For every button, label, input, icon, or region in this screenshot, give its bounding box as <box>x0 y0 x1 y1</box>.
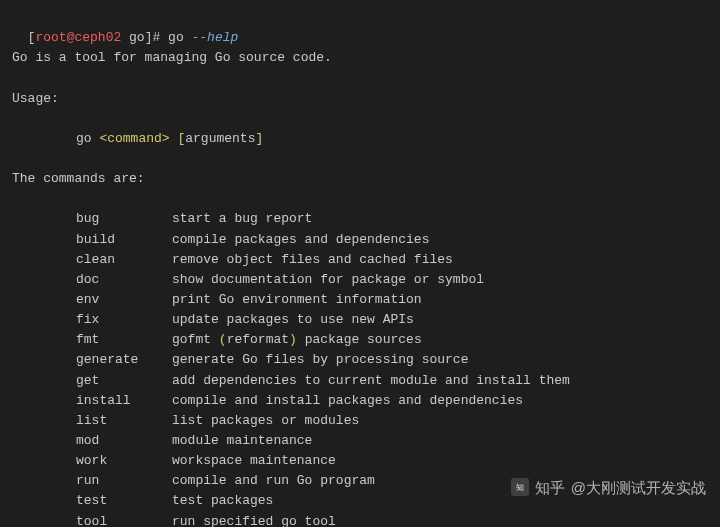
command-flag: --help <box>192 30 239 45</box>
watermark: 知 知乎 @大刚测试开发实战 <box>511 476 706 499</box>
watermark-prefix: 知乎 <box>535 476 565 499</box>
command-row: installcompile and install packages and … <box>12 391 708 411</box>
command-row: workworkspace maintenance <box>12 451 708 471</box>
command-name: fmt <box>76 330 172 350</box>
command-desc: test packages <box>172 493 273 508</box>
command-name: bug <box>76 209 172 229</box>
cwd: go <box>129 30 145 45</box>
command-row: cleanremove object files and cached file… <box>12 250 708 270</box>
command-desc: module maintenance <box>172 433 312 448</box>
command-name: list <box>76 411 172 431</box>
command-row: bugstart a bug report <box>12 209 708 229</box>
command-row: toolrun specified go tool <box>12 512 708 527</box>
user-host: root@ceph02 <box>35 30 121 45</box>
command-row: listlist packages or modules <box>12 411 708 431</box>
command-name: run <box>76 471 172 491</box>
command-desc: start a bug report <box>172 211 312 226</box>
usage-line: go <command> [arguments] <box>12 129 708 149</box>
command-desc: run specified go tool <box>172 514 336 527</box>
command-name: generate <box>76 350 172 370</box>
command-row: generategenerate Go files by processing … <box>12 350 708 370</box>
command-name: doc <box>76 270 172 290</box>
blank-line <box>12 189 708 209</box>
command-bin: go <box>168 30 184 45</box>
command-desc: remove object files and cached files <box>172 252 453 267</box>
commands-label: The commands are: <box>12 169 708 189</box>
command-row: docshow documentation for package or sym… <box>12 270 708 290</box>
blank-line <box>12 149 708 169</box>
command-desc: add dependencies to current module and i… <box>172 373 570 388</box>
command-name: clean <box>76 250 172 270</box>
usage-label: Usage: <box>12 89 708 109</box>
command-name: build <box>76 230 172 250</box>
command-row: getadd dependencies to current module an… <box>12 371 708 391</box>
command-desc: list packages or modules <box>172 413 359 428</box>
command-name: test <box>76 491 172 511</box>
command-row: fmtgofmt (reformat) package sources <box>12 330 708 350</box>
command-name: work <box>76 451 172 471</box>
command-name: tool <box>76 512 172 527</box>
blank-line <box>12 109 708 129</box>
command-row: buildcompile packages and dependencies <box>12 230 708 250</box>
command-row: modmodule maintenance <box>12 431 708 451</box>
command-desc: workspace maintenance <box>172 453 336 468</box>
command-name: env <box>76 290 172 310</box>
command-desc: compile and run Go program <box>172 473 375 488</box>
command-desc: compile and install packages and depende… <box>172 393 523 408</box>
intro-text: Go is a tool for managing Go source code… <box>12 48 708 68</box>
svg-text:知: 知 <box>516 484 524 493</box>
command-desc: update packages to use new APIs <box>172 312 414 327</box>
zhihu-icon: 知 <box>511 478 529 496</box>
shell-prompt-line: [root@ceph02 go]# go --help <box>12 8 708 48</box>
command-row: envprint Go environment information <box>12 290 708 310</box>
watermark-handle: @大刚测试开发实战 <box>571 476 706 499</box>
command-desc: generate Go files by processing source <box>172 352 468 367</box>
command-name: get <box>76 371 172 391</box>
bracket-close: ]# <box>145 30 161 45</box>
command-desc: print Go environment information <box>172 292 422 307</box>
command-desc: show documentation for package or symbol <box>172 272 484 287</box>
blank-line <box>12 68 708 88</box>
command-name: fix <box>76 310 172 330</box>
command-name: mod <box>76 431 172 451</box>
command-name: install <box>76 391 172 411</box>
command-row: fixupdate packages to use new APIs <box>12 310 708 330</box>
command-desc: compile packages and dependencies <box>172 232 429 247</box>
